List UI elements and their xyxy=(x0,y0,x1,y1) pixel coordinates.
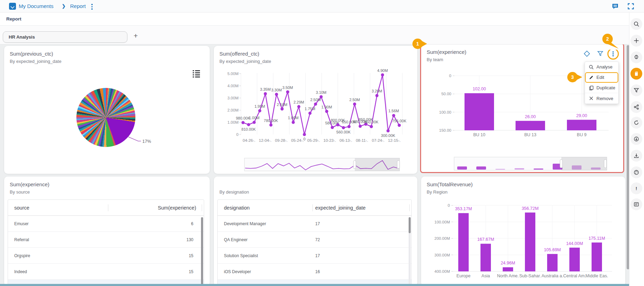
menu-item-edit[interactable]: Edit xyxy=(585,72,618,83)
data-point[interactable] xyxy=(375,94,378,97)
slider-handle[interactable] xyxy=(397,161,400,169)
sidebar-refresh-icon[interactable] xyxy=(630,117,642,129)
data-point[interactable] xyxy=(247,123,250,126)
sidebar-add-icon[interactable] xyxy=(630,35,642,47)
bar[interactable] xyxy=(567,120,596,130)
data-point[interactable] xyxy=(359,125,362,128)
y-tick: 100.00 xyxy=(439,110,451,114)
sidebar-zia-icon[interactable] xyxy=(630,51,642,63)
data-label: 144.00M xyxy=(566,241,583,246)
sidebar-theme-icon[interactable] xyxy=(630,166,642,178)
data-point[interactable] xyxy=(303,133,306,136)
data-point[interactable] xyxy=(342,126,345,129)
data-point[interactable] xyxy=(392,114,395,117)
table-row[interactable]: Referral130 xyxy=(8,232,204,248)
bar[interactable] xyxy=(592,243,602,271)
close-icon xyxy=(588,96,594,101)
bar-chart[interactable]: 0100.00M200.00M300.00M400.00M353.17MEuro… xyxy=(421,177,625,286)
data-point[interactable] xyxy=(308,112,311,115)
data-point[interactable] xyxy=(264,92,267,95)
table-scrollbar[interactable] xyxy=(201,217,203,286)
data-point[interactable] xyxy=(242,121,245,124)
data-point[interactable] xyxy=(286,90,289,93)
bar[interactable] xyxy=(569,248,580,271)
data-point[interactable] xyxy=(336,123,340,126)
sidebar-search-icon[interactable] xyxy=(630,18,642,30)
data-label: 167.67M xyxy=(477,237,494,242)
line-chart[interactable]: 5.00M4.00M3.00M2.00M1.00M004-26-.12-04-.… xyxy=(214,46,417,174)
sidebar-export-icon[interactable] xyxy=(630,150,642,162)
sidebar-publish-icon[interactable] xyxy=(630,133,642,145)
data-point[interactable] xyxy=(253,121,256,124)
report-options-kebab-icon[interactable] xyxy=(91,4,93,10)
breadcrumb-root[interactable]: My Documents xyxy=(19,3,53,9)
table-row[interactable]: Solution Specialist17 xyxy=(218,248,411,264)
table-header[interactable]: source Sum(experience) xyxy=(8,200,204,216)
data-point[interactable] xyxy=(353,103,356,106)
comments-icon[interactable] xyxy=(612,3,619,9)
data-point[interactable] xyxy=(275,93,278,96)
sidebar-alert-icon[interactable]: ! xyxy=(630,182,642,194)
data-point[interactable] xyxy=(331,126,334,129)
table-scrollbar[interactable] xyxy=(409,217,411,233)
cell: 16 xyxy=(315,269,320,274)
table-row[interactable]: iOS Developer16 xyxy=(218,264,411,280)
data-point[interactable] xyxy=(370,125,373,128)
data-point[interactable] xyxy=(281,107,284,111)
menu-item-analyse[interactable]: Analyse xyxy=(585,62,618,72)
bar[interactable] xyxy=(547,254,558,271)
x-tick: 05-24-. xyxy=(291,138,304,142)
data-point[interactable] xyxy=(314,103,317,106)
sidebar-data-icon[interactable] xyxy=(630,68,642,80)
bar[interactable] xyxy=(503,267,513,271)
data-point[interactable] xyxy=(381,73,384,76)
workspace-folder-icon[interactable] xyxy=(9,3,16,10)
slider-handle[interactable] xyxy=(353,161,356,169)
breadcrumb-current[interactable]: Report xyxy=(70,3,86,9)
data-point[interactable] xyxy=(398,124,401,127)
data-point[interactable] xyxy=(297,105,300,108)
data-point[interactable] xyxy=(348,125,351,128)
slider-handle[interactable] xyxy=(560,160,562,168)
bar[interactable] xyxy=(525,213,535,271)
menu-item-remove[interactable]: Remove xyxy=(585,93,618,104)
sidebar-filter-icon[interactable] xyxy=(630,84,642,96)
column-header[interactable]: source xyxy=(14,205,30,211)
data-point[interactable] xyxy=(258,109,261,112)
slider-mini-bar xyxy=(515,168,524,170)
maximize-diamond-icon[interactable] xyxy=(584,51,590,57)
filter-icon[interactable] xyxy=(598,51,603,56)
cell: Indeed xyxy=(14,269,27,274)
table-row[interactable]: Emuser6 xyxy=(8,216,204,232)
data-point[interactable] xyxy=(320,95,323,98)
table-row[interactable]: Orgspire15 xyxy=(8,248,204,264)
sidebar-share-icon[interactable] xyxy=(630,101,642,113)
sidebar-notes-icon[interactable] xyxy=(630,198,642,210)
data-point[interactable] xyxy=(386,129,390,132)
data-point[interactable] xyxy=(292,121,295,124)
add-tab-button[interactable]: + xyxy=(131,31,141,41)
bar[interactable] xyxy=(465,93,494,130)
table-header[interactable]: designation expected_joining_date xyxy=(218,200,411,216)
fullscreen-icon[interactable] xyxy=(628,3,634,9)
bar[interactable] xyxy=(480,244,491,271)
data-point[interactable] xyxy=(269,123,273,126)
widget-kebab-icon[interactable] xyxy=(612,51,614,57)
table-row[interactable]: Indeed15 xyxy=(8,264,204,280)
selected-widget-highlight: Sum(experience) By team 050.00100.00150.… xyxy=(420,43,624,173)
tab-hr-analysis[interactable]: HR Analysis xyxy=(3,31,127,43)
slider-handle[interactable] xyxy=(604,160,607,168)
column-header[interactable]: designation xyxy=(224,205,250,211)
menu-item-duplicate[interactable]: Duplicate xyxy=(585,83,618,93)
slider-excluded-region[interactable] xyxy=(355,158,400,171)
table-row[interactable]: QA Engineer72 xyxy=(218,232,411,248)
table-row[interactable]: Development Manager17 xyxy=(218,216,411,232)
slider-excluded-region[interactable] xyxy=(561,157,607,170)
data-point[interactable] xyxy=(325,110,328,113)
x-tick: 12-15-. xyxy=(388,138,401,142)
bar[interactable] xyxy=(458,213,469,271)
x-tick: 06-13-. xyxy=(340,138,352,142)
bar[interactable] xyxy=(516,121,545,130)
column-header[interactable]: expected_joining_date xyxy=(315,205,366,211)
column-header[interactable]: Sum(experience) xyxy=(158,205,196,211)
